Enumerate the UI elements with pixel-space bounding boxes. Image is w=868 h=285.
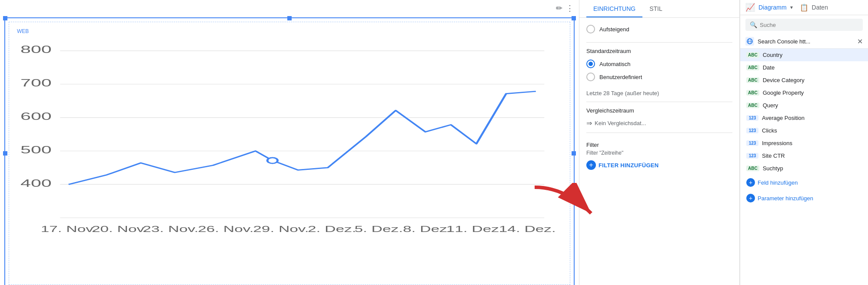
tab-stil[interactable]: STIL	[642, 0, 669, 17]
more-icon[interactable]: ⋮	[566, 3, 574, 13]
resize-handle-tl[interactable]	[3, 16, 7, 20]
field-item-clicks[interactable]: 123 Clicks	[740, 124, 868, 137]
field-name-query: Query	[763, 102, 778, 109]
add-param-icon: +	[746, 194, 755, 202]
add-param-button[interactable]: + Parameter hinzufügen	[740, 190, 868, 206]
datasource-close-icon[interactable]: ✕	[857, 37, 863, 46]
svg-text:400: 400	[20, 177, 52, 189]
field-name-google-property: Google Property	[763, 89, 804, 96]
field-badge-query: ABC	[746, 103, 759, 108]
search-box[interactable]: 🔍	[745, 19, 863, 31]
add-filter-icon: +	[586, 160, 596, 170]
sort-group: Aufsteigend	[586, 25, 732, 33]
field-item-device-category[interactable]: ABC Device Category	[740, 74, 868, 86]
sort-aufsteigend-label: Aufsteigend	[599, 26, 629, 33]
field-badge-country: ABC	[746, 52, 759, 58]
svg-text:8. Dez.: 8. Dez.	[403, 224, 451, 234]
zeitraum-benutzerdefiniert-label: Benutzerdefiniert	[599, 74, 642, 80]
field-name-site-ctr: Site CTR	[762, 152, 785, 159]
svg-text:14. Dez.: 14. Dez.	[499, 224, 556, 234]
field-badge-impressions: 123	[746, 140, 758, 146]
chart-toolbar: ✏ ⋮	[556, 3, 574, 13]
datasource-name: Search Console htt...	[758, 38, 810, 45]
field-badge-date: ABC	[746, 65, 759, 70]
field-item-site-ctr[interactable]: 123 Site CTR	[740, 149, 868, 162]
field-item-google-property[interactable]: ABC Google Property	[740, 86, 868, 99]
add-filter-button[interactable]: + FILTER HINZUFÜGEN	[586, 160, 732, 170]
field-name-avg-pos: Average Position	[762, 115, 805, 121]
svg-text:20. Nov.: 20. Nov.	[92, 224, 147, 234]
radio-aufsteigend[interactable]	[586, 25, 595, 33]
zeitraum-group: Automatisch Benutzerdefiniert	[586, 60, 732, 81]
zeitraum-automatisch[interactable]: Automatisch	[586, 60, 732, 68]
resize-handle-tr[interactable]	[572, 16, 576, 20]
edit-icon[interactable]: ✏	[556, 3, 562, 13]
svg-text:800: 800	[20, 43, 52, 55]
vergleich-label: Kein Vergleichsdat...	[595, 120, 646, 126]
svg-text:700: 700	[20, 77, 52, 89]
svg-text:17. Nov.: 17. Nov.	[41, 224, 96, 234]
add-field-label: Feld hinzufügen	[758, 179, 798, 186]
field-badge-device: ABC	[746, 77, 759, 83]
diagramm-tab-icon: 📈	[745, 3, 755, 12]
zeitraum-automatisch-label: Automatisch	[599, 61, 631, 67]
zeitraum-benutzerdefiniert[interactable]: Benutzerdefiniert	[586, 73, 732, 81]
filter-section: Filter Filter "Zeitreihe" + FILTER HINZU…	[586, 142, 732, 170]
zeitraum-title: Standardzeitraum	[586, 48, 732, 54]
field-item-impressions[interactable]: 123 Impressions	[740, 137, 868, 149]
resize-handle-tm[interactable]	[287, 16, 292, 20]
middle-panel: EINRICHTUNG STIL Aufsteigend Standardzei…	[579, 0, 740, 285]
search-input[interactable]	[760, 22, 858, 28]
svg-text:2. Dez.: 2. Dez.	[308, 224, 356, 234]
resize-handle-ml[interactable]	[3, 151, 7, 156]
add-param-label: Parameter hinzufügen	[758, 195, 813, 202]
search-icon: 🔍	[750, 21, 757, 28]
svg-point-11	[267, 158, 277, 163]
field-badge-site-ctr: 123	[746, 153, 758, 159]
chart-svg: 800 700 600 500 400 17. Nov. 20. Nov. 23…	[9, 22, 570, 285]
chart-area: ✏ ⋮ WEB 800 700 600	[0, 0, 579, 285]
chart-outer-border: WEB 800 700 600 500 400	[4, 17, 575, 285]
right-panel: 📈 Diagramm ▾ 📋 Daten 🔍 Search Console ht…	[740, 0, 868, 285]
datasource-left: Search Console htt...	[745, 37, 810, 46]
field-item-country[interactable]: ABC Country	[740, 49, 868, 61]
field-name-clicks: Clicks	[762, 127, 777, 134]
svg-text:11. Dez.: 11. Dez.	[446, 224, 503, 234]
chart-inner: WEB 800 700 600 500 400	[9, 22, 570, 285]
radio-automatisch[interactable]	[586, 60, 595, 68]
resize-handle-mr[interactable]	[572, 151, 576, 156]
filter-title: Filter	[586, 142, 732, 148]
add-field-button[interactable]: + Feld hinzufügen	[740, 175, 868, 190]
middle-tabs: EINRICHTUNG STIL	[579, 0, 739, 18]
field-item-average-position[interactable]: 123 Average Position	[740, 112, 868, 124]
field-badge-clicks: 123	[746, 128, 758, 133]
field-item-query[interactable]: ABC Query	[740, 99, 868, 112]
filter-subtitle: Filter "Zeitreihe"	[586, 150, 732, 156]
field-badge-avg-pos: 123	[746, 115, 758, 121]
svg-text:600: 600	[20, 110, 52, 122]
radio-benutzerdefiniert[interactable]	[586, 73, 595, 81]
field-item-date[interactable]: ABC Date	[740, 61, 868, 74]
field-name-country: Country	[763, 52, 783, 58]
tab-daten[interactable]: Daten	[812, 4, 828, 11]
field-badge-google-property: ABC	[746, 90, 759, 96]
middle-content: Aufsteigend Standardzeitraum Automatisch…	[579, 18, 739, 285]
zeitraum-current: Letzte 28 Tage (außer heute)	[586, 90, 732, 96]
svg-text:500: 500	[20, 144, 52, 156]
tab-einrichtung[interactable]: EINRICHTUNG	[586, 0, 642, 17]
field-item-suchtyp[interactable]: ABC Suchtyp	[740, 162, 868, 175]
sort-aufsteigend[interactable]: Aufsteigend	[586, 25, 732, 33]
chevron-down-icon: ▾	[790, 4, 793, 10]
vergleich-row: ⇒ Kein Vergleichsdat...	[586, 119, 732, 127]
divider-3	[586, 133, 732, 133]
vergleich-title: Vergleichszeitraum	[586, 107, 732, 114]
divider-1	[586, 42, 732, 43]
add-field-icon: +	[746, 178, 755, 187]
tab-diagramm[interactable]: Diagramm	[758, 4, 787, 11]
datasource-row: Search Console htt... ✕	[740, 34, 868, 49]
svg-text:29. Nov.: 29. Nov.	[253, 224, 309, 234]
vergleich-icon: ⇒	[586, 119, 592, 127]
field-name-impressions: Impressions	[762, 140, 792, 146]
field-name-suchtyp: Suchtyp	[763, 165, 783, 172]
field-name-device: Device Category	[763, 77, 805, 83]
